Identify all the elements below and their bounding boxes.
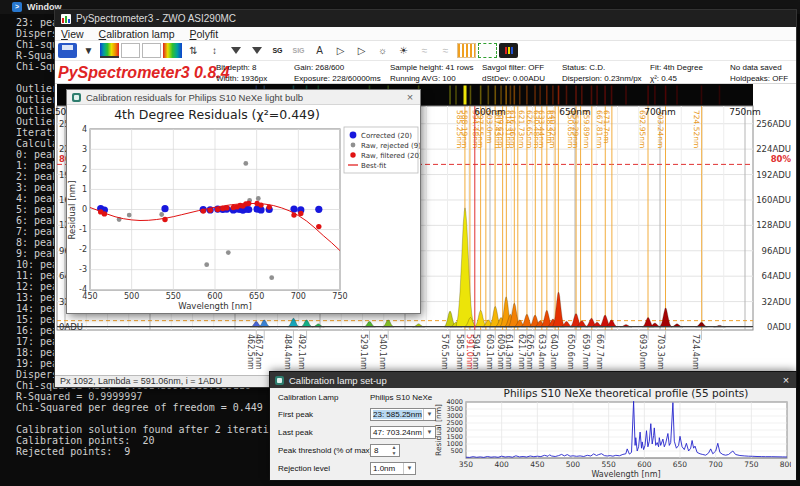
terminal-line: Calibration solution found after 2 itera… <box>16 424 287 435</box>
terminal-app-icon[interactable]: > <box>12 2 22 12</box>
menu-bar: ViewCalibration lampPolyfit <box>55 27 796 41</box>
info-column: Savgol filter: OFFdStDev: 0.00ADU <box>482 61 562 83</box>
dialog-icon <box>275 376 284 385</box>
svg-text:616.36nm: 616.36nm <box>508 110 517 148</box>
svg-text:650.6nm: 650.6nm <box>566 334 575 370</box>
theoretical-profile-chart: Philips S10 NeXe theoretical profile (55… <box>425 388 791 480</box>
svg-text:192ADU: 192ADU <box>756 170 791 180</box>
svg-text:703.3nm: 703.3nm <box>656 334 665 370</box>
svg-text:750: 750 <box>332 292 347 301</box>
svg-text:640.3nm: 640.3nm <box>549 334 558 370</box>
svg-text:659.7nm: 659.7nm <box>581 334 590 370</box>
run-once-icon[interactable]: ▷ <box>352 43 371 58</box>
monitor-icon[interactable] <box>499 43 518 58</box>
svg-text:700: 700 <box>709 460 724 469</box>
spectrum-overlay-icon[interactable] <box>100 43 119 58</box>
peak-label2-icon[interactable] <box>247 43 266 58</box>
app-icon <box>61 14 71 24</box>
menu-item-polyfit[interactable]: Polyfit <box>189 28 218 40</box>
svg-text:633.44nm: 633.44nm <box>537 110 546 148</box>
lamp-dialog-title-bar[interactable]: Calibration lamp set-up × <box>270 372 796 388</box>
svg-text:500: 500 <box>451 447 463 455</box>
svg-text:Corrected (20): Corrected (20) <box>361 132 412 140</box>
curve-fit2-icon[interactable]: ≈ <box>436 43 455 58</box>
svg-text:633.4nm: 633.4nm <box>537 334 546 370</box>
freeze-frame-icon[interactable] <box>142 43 161 58</box>
run-icon[interactable]: ▷ <box>331 43 350 58</box>
svg-text:Residual [nm]: Residual [nm] <box>434 404 443 456</box>
autoscale-icon[interactable]: A <box>310 43 329 58</box>
svg-text:Wavelength [nm]: Wavelength [nm] <box>591 470 660 479</box>
show-rgb-icon[interactable] <box>163 43 182 58</box>
svg-text:500: 500 <box>124 292 139 301</box>
sigma-filter-icon[interactable]: SIG <box>289 43 308 58</box>
info-bar: PySpectrometer3 0.8.4 Bit depth: 8Width:… <box>55 60 796 84</box>
svg-text:64ADU: 64ADU <box>762 271 791 281</box>
close-icon[interactable]: × <box>778 374 794 386</box>
svg-text:640.22nm: 640.22nm <box>548 110 557 148</box>
info-column: Status: C.D.Dispersion: 0.23nm/px <box>562 61 650 83</box>
capture-icon[interactable]: ▼ <box>79 43 98 58</box>
clear-frame-icon[interactable] <box>121 43 140 58</box>
menu-item-view[interactable]: View <box>61 28 84 40</box>
peak-label-icon[interactable] <box>226 43 245 58</box>
svg-text:128ADU: 128ADU <box>756 220 791 230</box>
residuals-dialog-title-bar[interactable]: Calibration residuals for Philips S10 Ne… <box>67 90 420 105</box>
svg-text:3: 3 <box>82 145 87 154</box>
svg-text:650: 650 <box>249 292 264 301</box>
svg-text:Wavelength [nm]: Wavelength [nm] <box>178 301 251 311</box>
terminal-line: R-Squared = 0.9999997 <box>16 391 287 402</box>
menu-item-calibration-lamp[interactable]: Calibration lamp <box>99 28 175 40</box>
residuals-dialog-title: Calibration residuals for Philips S10 Ne… <box>86 92 402 103</box>
spinner-arrows-icon[interactable]: ▲▼ <box>389 444 399 457</box>
svg-text:588.19nm: 588.19nm <box>460 110 469 148</box>
first-peak-label: First peak <box>278 410 313 424</box>
info-column: No data savedHoldpeaks: OFF <box>730 61 800 83</box>
curve-fit-icon[interactable]: ≈ <box>415 43 434 58</box>
svg-text:484.4nm: 484.4nm <box>283 334 292 370</box>
save-icon[interactable] <box>58 43 77 58</box>
main-title-bar[interactable]: PySpectrometer3 - ZWO ASI290MC <box>55 10 796 27</box>
svg-text:0: 0 <box>82 205 87 214</box>
info-column: Bit depth: 8Width: 1936px <box>216 61 294 83</box>
sample-height-icon[interactable]: ↕ <box>205 43 224 58</box>
svg-text:529.1nm: 529.1nm <box>359 334 368 370</box>
svg-text:160ADU: 160ADU <box>756 195 791 205</box>
svg-text:467.2nm: 467.2nm <box>254 334 263 370</box>
peak-threshold-spinner[interactable]: 8 ▲▼ <box>370 444 400 457</box>
svg-text:32ADU: 32ADU <box>762 297 791 307</box>
dialog-icon <box>72 93 81 102</box>
lamp-dialog-title: Calibration lamp set-up <box>289 375 778 386</box>
brightness-up-icon[interactable]: ☼ <box>373 43 392 58</box>
svg-text:256ADU: 256ADU <box>756 119 791 129</box>
svg-text:693.0nm: 693.0nm <box>638 334 647 370</box>
svg-text:80%: 80% <box>771 154 792 164</box>
terminal-line: Calibration points: 20 <box>16 435 287 446</box>
savgol-filter-icon[interactable]: SG <box>268 43 287 58</box>
terminal-line: Chi-Squared per degree of freedom = 0.44… <box>16 402 287 413</box>
svg-text:667.7nm: 667.7nm <box>595 334 604 370</box>
info-column: Sample height: 41 rowsRunning AVG: 100 <box>390 61 482 83</box>
peak-threshold-value: 8 <box>374 446 378 455</box>
svg-text:0ADU: 0ADU <box>59 322 83 332</box>
brightness-down-icon[interactable]: ☀ <box>394 43 413 58</box>
svg-text:-3: -3 <box>79 265 87 274</box>
svg-text:594.5nm: 594.5nm <box>471 334 480 370</box>
svg-text:724.4nm: 724.4nm <box>691 334 700 370</box>
svg-text:800: 800 <box>780 460 791 469</box>
svg-text:621.73nm: 621.73nm <box>517 110 526 148</box>
svg-text:603.1nm: 603.1nm <box>485 334 494 370</box>
roi-frame-icon[interactable] <box>478 43 497 58</box>
svg-text:576.5nm: 576.5nm <box>440 334 449 370</box>
svg-text:Residual [nm]: Residual [nm] <box>67 181 77 240</box>
reference-bars-icon[interactable] <box>457 43 476 58</box>
svg-text:400: 400 <box>495 460 510 469</box>
chevron-down-icon[interactable]: ▼ <box>403 463 415 474</box>
peak-threshold-label: Peak threshold (% of max) <box>278 446 372 460</box>
svg-text:224ADU: 224ADU <box>756 144 791 154</box>
svg-text:-4: -4 <box>79 285 87 294</box>
close-icon[interactable]: × <box>402 91 418 103</box>
svg-text:350: 350 <box>459 460 474 469</box>
rejection-level-combobox[interactable]: 1.0nm ▼ <box>370 462 416 475</box>
flip-vertical-icon[interactable]: ⇅ <box>184 43 203 58</box>
